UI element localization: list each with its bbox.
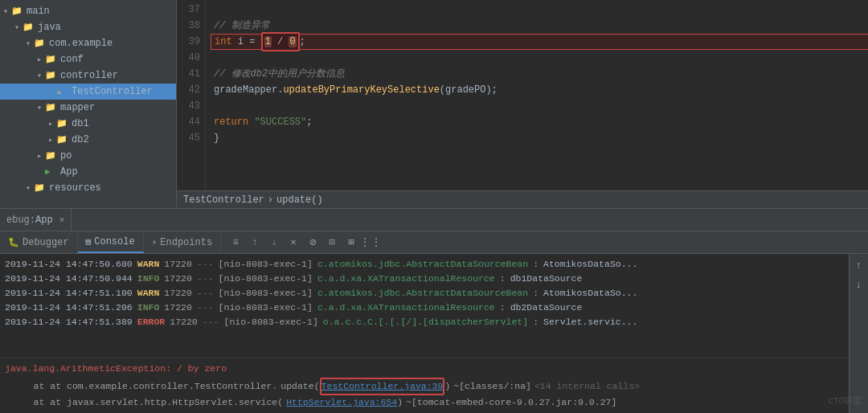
exc-link-prefix: update( [280,379,319,394]
code-line-41: // 修改db2中的用户分数信息 [214,66,868,82]
tree-label: com.example [49,38,113,49]
toolbar-settings-icon[interactable]: ⋮⋮ [362,235,379,251]
exception-trace-1: at at javax.servlet.http.HttpServlet.ser… [11,395,844,410]
toolbar-up-icon[interactable]: ↑ [247,235,263,251]
code-line-45: } [214,130,868,146]
console-icon: ▤ [86,236,92,247]
exception-area: java.lang.ArithmeticException: / by zero… [0,358,849,413]
tree-item-db2[interactable]: ▸📁db2 [0,132,176,148]
log-pid: 17220 [164,272,192,286]
tool-tabs: 🐛 Debugger ▤ Console ⚡ Endpoints ≡ ↑ ↓ ✕… [0,231,868,254]
log-sep: --- [203,315,219,329]
tree-item-java[interactable]: ▾📁java [0,19,176,35]
exc-suffix: ~[tomcat-embed-core-9.0.27.jar:9.0.27] [406,395,616,410]
log-level: ERROR [137,315,166,329]
tree-label: po [60,150,72,162]
log-timestamp: 2019-11-24 14:47:51.389 [5,315,133,329]
exc-internal: <14 internal calls> [534,379,640,394]
tab-console[interactable]: ▤ Console [78,231,144,253]
log-sep: --- [197,272,214,286]
toolbar-down-icon[interactable]: ↓ [266,235,282,251]
log-class: o.a.c.c.C.[.[.[/].[dispatcherServlet] [323,315,528,329]
tree-item-com-example[interactable]: ▾📁com.example [0,35,176,51]
log-thread: [nio-8083-exec-1] [219,286,313,301]
tab-endpoints-label: Endpoints [160,237,212,248]
log-colon: : [533,315,538,329]
tree-item-controller[interactable]: ▾📁controller [0,67,176,84]
debug-side-icons: ↑ ↓ [849,254,868,413]
log-line: 2019-11-24 14:47:51.389ERROR17220---[nio… [5,315,844,329]
log-pid: 17220 [164,286,192,301]
toolbar-filter-icon[interactable]: ⊘ [305,235,321,251]
log-pid: 17220 [164,257,192,272]
log-pid: 17220 [164,301,192,315]
log-pid: 17220 [170,315,198,329]
tree-item-resources[interactable]: ▾📁resources [0,180,176,196]
toolbar-menu-icon[interactable]: ≡ [227,235,244,251]
tree-item-TestController[interactable]: ☕TestController [0,84,176,100]
tab-endpoints[interactable]: ⚡ Endpoints [144,231,221,253]
line-number: 39 [177,34,200,50]
side-down-icon[interactable]: ↓ [851,276,867,292]
log-message: db1DataSource [510,272,583,286]
log-sep: --- [197,286,214,301]
breadcrumb-method: update() [276,194,323,206]
breadcrumb-class: TestController [183,194,264,206]
log-timestamp: 2019-11-24 14:47:51.206 [5,301,133,315]
exc-link-1[interactable]: HttpServlet.java:654 [286,395,397,410]
side-up-icon[interactable]: ↑ [851,257,867,273]
watermark: CTO联盟 [828,395,862,407]
exc-link-suffix: ) [444,379,450,394]
log-timestamp: 2019-11-24 14:47:51.100 [5,286,133,301]
debug-label: ebug: [6,215,35,226]
file-tree: ▾📁main▾📁java▾📁com.example▸📁conf▾📁control… [0,0,177,208]
toolbar-expand-icon[interactable]: ⊞ [343,235,359,251]
log-message: db2DataSource [510,301,583,315]
log-sep: --- [197,257,214,272]
log-sep: --- [197,301,214,315]
code-line-42: gradeMapper.updateByPrimaryKeySelective(… [214,82,868,98]
line-number: 37 [177,2,200,18]
log-colon: : [500,272,506,286]
log-thread: [nio-8083-exec-1] [219,257,313,272]
tree-item-main[interactable]: ▾📁main [0,3,176,19]
log-thread: [nio-8083-exec-1] [219,301,313,315]
line-numbers: 373839404142434445 [177,0,206,190]
log-level: WARN [137,257,160,272]
tree-item-App[interactable]: ▶App [0,164,176,180]
exc-link-0[interactable]: TestController.java:39 [321,381,444,391]
tree-label: java [38,22,61,33]
tree-label: db2 [72,134,89,145]
tree-label: mapper [60,102,95,113]
line-number: 42 [177,82,200,98]
log-line: 2019-11-24 14:47:50.680WARN17220---[nio-… [5,257,844,272]
tree-label: controller [60,70,118,81]
toolbar-wrap-icon[interactable]: ⊡ [324,235,340,251]
code-editor: 373839404142434445 // 制造异常int i = 1 / 0;… [177,0,868,208]
debugger-icon: 🐛 [8,237,19,247]
log-colon: : [533,286,538,301]
toolbar-clear-icon[interactable]: ✕ [285,235,301,251]
debug-session-tab[interactable]: ebug: App × [0,209,72,231]
tree-item-db1[interactable]: ▸📁db1 [0,116,176,132]
code-line-43 [214,98,868,114]
tree-item-conf[interactable]: ▸📁conf [0,51,176,67]
line-number: 43 [177,98,200,114]
log-line: 2019-11-24 14:47:51.100WARN17220---[nio-… [5,286,844,301]
log-colon: : [533,257,538,272]
exc-prefix: at at javax.servlet.http.HttpServlet.ser… [11,395,283,410]
tab-debugger[interactable]: 🐛 Debugger [0,231,78,253]
code-line-39: int i = 1 / 0; [211,34,868,50]
tree-item-mapper[interactable]: ▾📁mapper [0,100,176,116]
log-thread: [nio-8083-exec-1] [219,272,313,286]
log-timestamp: 2019-11-24 14:47:50.944 [5,272,133,286]
log-message: Servlet.servic... [543,315,637,329]
tree-item-po[interactable]: ▸📁po [0,148,176,164]
log-class: c.a.d.xa.XATransactionalResource [317,301,495,315]
exception-trace-0: at at com.example.controller.TestControl… [11,378,844,395]
breadcrumb-bar: TestController › update() [177,190,868,208]
exception-main: java.lang.ArithmeticException: / by zero [5,362,844,376]
log-thread: [nio-8083-exec-1] [223,315,317,329]
close-session-button[interactable]: × [59,215,65,225]
exc-link-suffix: ) [397,395,403,410]
